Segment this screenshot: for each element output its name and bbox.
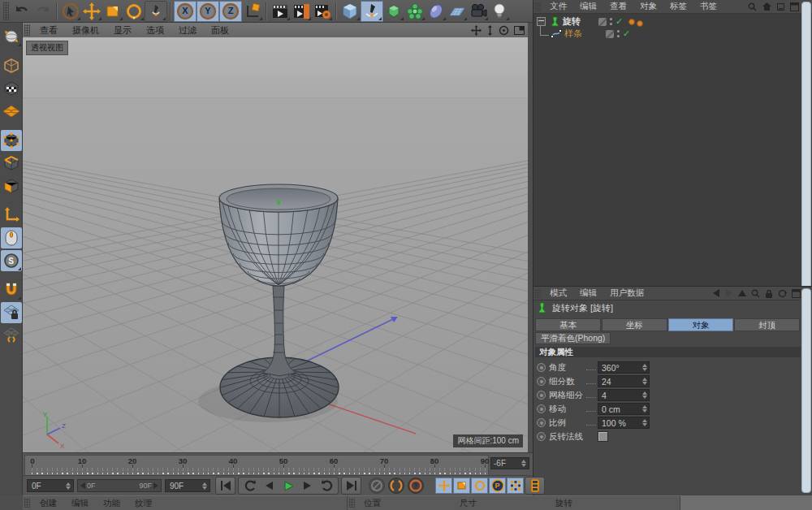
am-panel-icon[interactable] xyxy=(792,289,801,298)
autokey-button[interactable]: ? xyxy=(408,478,424,494)
viewport-canvas[interactable]: Y Z X 透视视图 网格间距:100 cm xyxy=(23,37,528,452)
y-axis-lock-button[interactable]: Y xyxy=(197,1,219,22)
enabled-check-icon[interactable]: ✓ xyxy=(623,28,630,39)
sketch-tool[interactable] xyxy=(145,1,167,22)
stepper-icon[interactable] xyxy=(642,364,647,371)
object-row-spline[interactable]: 样条 ✓ xyxy=(537,28,630,40)
viewport-menu-filter[interactable]: 过滤 xyxy=(171,24,204,37)
enabled-check-icon[interactable]: ✓ xyxy=(615,16,623,27)
points-mode-button[interactable] xyxy=(1,130,22,151)
stepper-icon[interactable] xyxy=(66,482,71,490)
keyframe-dot-icon[interactable] xyxy=(537,404,546,413)
render-view-button[interactable] xyxy=(270,2,291,21)
next-frame-button[interactable] xyxy=(299,478,317,494)
goto-end-button[interactable] xyxy=(341,477,361,495)
selected-spline-point[interactable] xyxy=(278,200,281,205)
om-menu-edit[interactable]: 编辑 xyxy=(573,1,603,12)
om-menu-bookmarks[interactable]: 书签 xyxy=(693,1,723,12)
z-axis-lock-button[interactable]: Z xyxy=(219,1,242,22)
timeline-window-button[interactable] xyxy=(525,477,545,495)
viewport-menu-view[interactable]: 查看 xyxy=(32,24,65,37)
viewport-menu-panel[interactable]: 面板 xyxy=(204,24,236,37)
model-mode-button[interactable] xyxy=(1,55,22,76)
stepper-icon[interactable] xyxy=(642,378,647,385)
coordinates-manager-grip[interactable] xyxy=(349,498,355,508)
keyframe-dot-icon[interactable] xyxy=(537,363,546,372)
om-search-icon[interactable] xyxy=(748,2,757,11)
mm-menu-texture[interactable]: 纹理 xyxy=(127,498,159,509)
history-back-icon[interactable] xyxy=(712,289,720,297)
stepper-icon[interactable] xyxy=(642,391,647,399)
end-frame-field[interactable]: 90F xyxy=(165,479,210,492)
layer-icon[interactable] xyxy=(598,18,607,26)
viewport-menu-cameras[interactable]: 摄像机 xyxy=(65,24,106,37)
viewport-rotate-icon[interactable] xyxy=(499,25,509,36)
tab-coordinates[interactable]: 坐标 xyxy=(602,318,667,331)
record-keyframe-button[interactable] xyxy=(388,478,404,494)
viewport-menu-options[interactable]: 选项 xyxy=(139,24,171,37)
toolbar-grip[interactable] xyxy=(3,2,9,20)
stepper-icon[interactable] xyxy=(642,419,647,426)
rotate-tool[interactable] xyxy=(123,2,145,21)
movement-field[interactable]: 0 cm xyxy=(598,403,650,415)
snap-settings-button[interactable]: S xyxy=(1,250,22,271)
scaling-field[interactable]: 100 % xyxy=(598,417,650,429)
viewport-pan-icon[interactable] xyxy=(471,25,482,36)
add-floor-button[interactable] xyxy=(447,2,468,21)
add-environment-button[interactable] xyxy=(425,2,447,21)
add-deformer-button[interactable] xyxy=(404,2,425,21)
timeline-ruler[interactable]: 0 10 20 30 40 50 60 70 80 90 -6F xyxy=(23,452,533,475)
render-to-picture-viewer-button[interactable] xyxy=(291,2,312,21)
tab-caps[interactable]: 封顶 xyxy=(734,318,800,331)
workplane-lock-button[interactable] xyxy=(1,302,22,323)
object-properties-header[interactable]: 对象属性 xyxy=(535,347,801,357)
add-primitive-cube-button[interactable] xyxy=(339,2,361,21)
tag-icon-1[interactable] xyxy=(628,19,635,25)
flip-normals-checkbox[interactable] xyxy=(598,431,608,442)
goto-start-button[interactable] xyxy=(215,477,235,495)
add-spline-pen-button[interactable] xyxy=(361,1,383,22)
add-light-button[interactable] xyxy=(489,2,510,21)
enable-snap-button[interactable] xyxy=(1,279,22,300)
keyframe-dot-icon[interactable] xyxy=(537,377,546,386)
axis-mode-button[interactable] xyxy=(1,205,22,226)
key-pla-button[interactable] xyxy=(507,478,524,494)
tab-basic[interactable]: 基本 xyxy=(535,318,601,331)
am-menu-edit[interactable]: 编辑 xyxy=(573,287,603,299)
mm-menu-edit[interactable]: 编辑 xyxy=(64,498,96,509)
angle-field[interactable]: 360° xyxy=(598,361,650,374)
history-forward-icon[interactable] xyxy=(725,289,733,297)
key-parameter-button[interactable]: P xyxy=(489,478,506,494)
attribute-menubar-grip[interactable] xyxy=(535,288,541,298)
am-menu-userdata[interactable]: 用户数据 xyxy=(603,287,650,299)
record-position-button[interactable] xyxy=(369,478,385,494)
parent-up-icon[interactable] xyxy=(738,289,746,297)
key-rotation-button[interactable] xyxy=(471,478,488,494)
current-frame-field[interactable]: -6F xyxy=(490,457,529,469)
om-home-icon[interactable] xyxy=(762,2,771,11)
object-name[interactable]: 旋转 xyxy=(563,15,581,28)
start-frame-field[interactable]: 0F xyxy=(27,479,74,492)
om-menu-file[interactable]: 文件 xyxy=(543,1,573,12)
live-selection-tool[interactable] xyxy=(60,2,81,21)
scale-tool[interactable] xyxy=(102,2,123,21)
x-axis-lock-button[interactable]: X xyxy=(174,1,197,22)
viewport-menubar-grip[interactable] xyxy=(24,24,30,36)
render-settings-button[interactable] xyxy=(312,2,333,21)
object-manager-grip[interactable] xyxy=(535,2,541,11)
om-menu-view[interactable]: 查看 xyxy=(603,1,633,12)
visibility-dots-icon[interactable] xyxy=(617,30,620,37)
make-editable-button[interactable] xyxy=(1,26,22,47)
move-tool[interactable] xyxy=(81,2,102,21)
redo-button[interactable] xyxy=(32,2,54,21)
viewport-solo-button[interactable] xyxy=(1,227,22,249)
am-menu-mode[interactable]: 模式 xyxy=(543,287,573,299)
sync-icon[interactable] xyxy=(778,289,787,298)
attribute-manager-scrollbar[interactable] xyxy=(801,288,811,493)
timeline-strip[interactable]: 0 10 20 30 40 50 60 70 80 90 xyxy=(24,455,489,476)
stepper-icon[interactable] xyxy=(202,482,207,490)
previous-frame-button[interactable] xyxy=(260,478,278,494)
object-name[interactable]: 样条 xyxy=(564,28,582,40)
play-button[interactable] xyxy=(279,478,297,494)
viewport-zoom-icon[interactable] xyxy=(486,25,494,36)
